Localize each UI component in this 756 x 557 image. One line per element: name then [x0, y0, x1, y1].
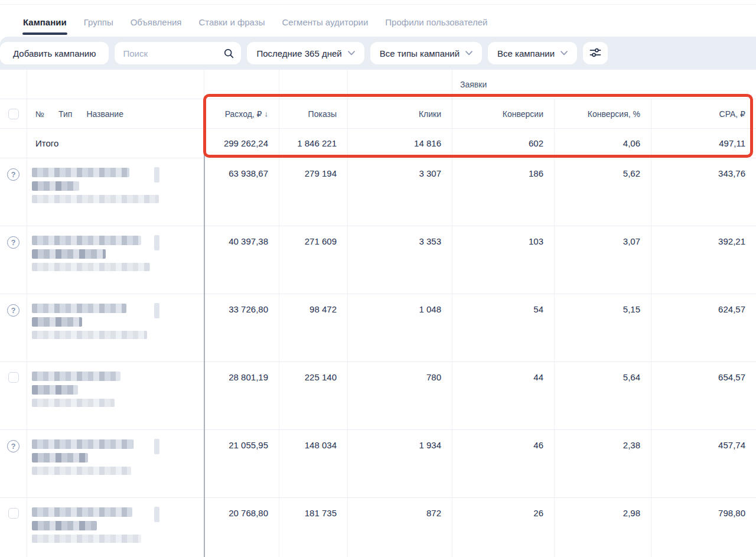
column-header-clicks[interactable]: Клики: [348, 99, 452, 128]
cell-conv-rate: 5,15: [555, 294, 651, 361]
cell-cpa: 798,80: [651, 498, 756, 557]
redacted-campaign-meta: [32, 249, 106, 259]
campaign-row[interactable]: 20 768,80 181 735 872 26 2,98 798,80: [0, 498, 756, 557]
cell-cpa: 343,76: [651, 158, 756, 226]
redacted-campaign-info: [32, 263, 150, 271]
select-all-checkbox[interactable]: [8, 109, 19, 119]
date-range-value: Последние 365 дней: [256, 48, 341, 58]
cell-conv-rate: 2,38: [555, 430, 651, 497]
tab-bids-phrases-label: Ставки и фразы: [198, 17, 265, 27]
sort-desc-icon: ↓: [265, 109, 269, 118]
totals-impressions: 1 846 221: [279, 129, 348, 158]
redacted-campaign-name: [32, 507, 132, 517]
chevron-down-icon: [348, 51, 355, 56]
cell-impressions: 181 735: [279, 498, 348, 557]
cell-conversions: 103: [452, 226, 555, 294]
tab-user-profiles-label: Профили пользователей: [385, 17, 487, 27]
tab-user-profiles[interactable]: Профили пользователей: [384, 17, 488, 37]
column-header-spend[interactable]: Расход, ₽ ↓: [204, 99, 279, 128]
redacted-campaign-name: [32, 372, 120, 381]
redacted-campaign-meta: [32, 385, 78, 395]
totals-conversions: 602: [452, 129, 555, 158]
search-icon: [224, 48, 234, 58]
add-campaign-button[interactable]: Добавить кампанию: [0, 42, 109, 64]
totals-conv-rate: 4,06: [555, 129, 651, 158]
tab-ads[interactable]: Объявления: [130, 17, 183, 37]
table-body: ? 63 938,67 279 194 3 307 186 5,62 343,7…: [0, 158, 756, 557]
campaigns-table: Заявки № Тип Название Расход, ₽ ↓ Показы…: [0, 70, 756, 557]
column-header-impressions[interactable]: Показы: [279, 99, 348, 128]
tab-audience-segments[interactable]: Сегменты аудитории: [281, 17, 369, 37]
campaign-row[interactable]: ? 40 397,38 271 609 3 353 103 3,07 392,2…: [0, 226, 756, 294]
campaign-name-cell[interactable]: [27, 362, 204, 429]
row-checkbox[interactable]: [8, 372, 19, 383]
redacted-campaign-info: [32, 399, 115, 407]
cell-impressions: 271 609: [279, 226, 348, 294]
totals-spend: 299 262,24: [204, 129, 279, 158]
cell-spend: 21 055,95: [204, 430, 279, 497]
redacted-campaign-info: [32, 331, 147, 339]
redacted-badge: [154, 235, 159, 250]
help-question-icon[interactable]: ?: [7, 236, 19, 249]
column-settings-button[interactable]: [583, 42, 608, 64]
campaign-name-cell[interactable]: [27, 158, 204, 226]
frozen-column-divider[interactable]: [204, 139, 205, 557]
column-header-num[interactable]: №: [35, 109, 44, 119]
redacted-campaign-meta: [32, 181, 79, 191]
help-question-icon[interactable]: ?: [7, 440, 19, 452]
header-cell-checkbox: [0, 99, 27, 128]
group-cell-name: [27, 70, 204, 99]
group-cell-clicks: [348, 70, 452, 99]
redacted-campaign-name: [32, 168, 129, 177]
cell-clicks: 3 353: [348, 226, 452, 294]
tab-groups-label: Группы: [84, 17, 113, 27]
cell-conversions: 54: [452, 294, 555, 361]
redacted-campaign-meta: [32, 453, 88, 462]
column-header-cpa[interactable]: CPA, ₽: [651, 99, 756, 128]
yandex-direct-campaigns-page: { "tabs": { "items": [ { "label": "Кампа…: [0, 0, 756, 557]
totals-cell-icon: [0, 129, 27, 158]
tab-bids-phrases[interactable]: Ставки и фразы: [198, 17, 265, 37]
campaign-name-cell[interactable]: [27, 226, 204, 294]
search-input[interactable]: [123, 48, 217, 58]
campaign-name-cell[interactable]: [27, 498, 204, 557]
help-question-icon[interactable]: ?: [7, 304, 19, 317]
header-cell-name: № Тип Название: [27, 99, 204, 128]
campaign-filter-dropdown[interactable]: Все кампании: [488, 42, 577, 64]
goal-group-header: Заявки: [452, 70, 756, 99]
cell-cpa: 654,57: [651, 362, 756, 429]
campaign-type-dropdown[interactable]: Все типы кампаний: [370, 42, 482, 64]
campaign-row[interactable]: ? 21 055,95 148 034 1 934 46 2,38 457,74: [0, 430, 756, 498]
campaign-row[interactable]: 28 801,19 225 140 780 44 5,64 654,57: [0, 362, 756, 430]
redacted-campaign-name: [32, 236, 141, 245]
cell-impressions: 225 140: [279, 362, 348, 429]
cell-impressions: 148 034: [279, 430, 348, 497]
campaign-type-value: Все типы кампаний: [380, 48, 460, 58]
filters-toolbar: Добавить кампанию Последние 365 дней Все…: [0, 37, 756, 70]
search-field[interactable]: [115, 42, 241, 64]
column-header-name[interactable]: Название: [86, 109, 123, 119]
tab-campaigns-label: Кампании: [23, 17, 67, 27]
row-status-cell: ?: [0, 294, 27, 361]
cell-conversions: 26: [452, 498, 555, 557]
campaign-row[interactable]: ? 63 938,67 279 194 3 307 186 5,62 343,7…: [0, 158, 756, 226]
tab-campaigns[interactable]: Кампании: [22, 17, 67, 37]
date-range-dropdown[interactable]: Последние 365 дней: [247, 42, 364, 64]
row-checkbox[interactable]: [8, 508, 19, 519]
group-cell-spend: [204, 70, 279, 99]
campaign-name-cell[interactable]: [27, 430, 204, 497]
column-header-conv-rate[interactable]: Конверсия, %: [555, 99, 651, 128]
column-header-type[interactable]: Тип: [58, 109, 72, 119]
column-header-conversions[interactable]: Конверсии: [452, 99, 555, 128]
help-question-icon[interactable]: ?: [7, 168, 19, 181]
cell-clicks: 780: [348, 362, 452, 429]
redacted-badge: [154, 439, 159, 454]
campaign-row[interactable]: ? 33 726,80 98 472 1 048 54 5,15 624,57: [0, 294, 756, 362]
tab-groups[interactable]: Группы: [83, 17, 114, 37]
cell-clicks: 1 048: [348, 294, 452, 361]
cell-conv-rate: 2,98: [555, 498, 651, 557]
campaign-name-cell[interactable]: [27, 294, 204, 361]
cell-conversions: 46: [452, 430, 555, 497]
row-status-cell: [0, 498, 27, 557]
redacted-campaign-meta: [32, 317, 82, 327]
